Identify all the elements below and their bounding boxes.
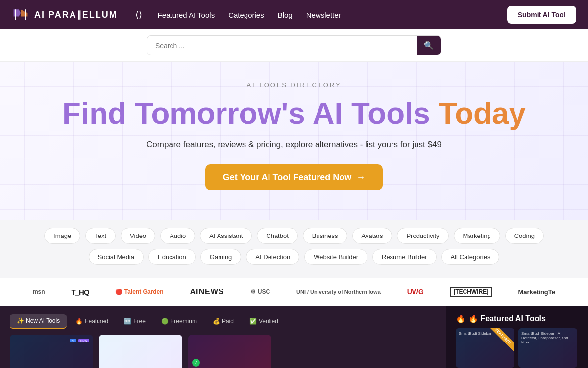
category-row-2: Social Media Education Gaming AI Detecti… [29, 249, 559, 265]
logo-thq: T_HQ [72, 288, 89, 296]
hero-description: Compare features, reviews & pricing, exp… [10, 140, 578, 150]
category-text[interactable]: Text [85, 228, 116, 244]
category-business[interactable]: Business [303, 228, 347, 244]
category-social-media[interactable]: Social Media [89, 249, 144, 265]
featured-title-label: 🔥 Featured AI Tools [468, 314, 546, 323]
hero-section: AI TOOLS DIRECTORY Find Tomorrow's AI To… [0, 62, 588, 220]
category-video[interactable]: Video [121, 228, 155, 244]
featured-fire-icon: 🔥 [456, 314, 466, 323]
tab-paid[interactable]: 💰 Paid [206, 314, 241, 329]
search-button[interactable]: 🔍 [417, 36, 441, 55]
featured-card-1[interactable]: SmartBudi Sidebar FEATURED [456, 328, 514, 368]
logo-uni: UNI / University of Northern Iowa [296, 289, 381, 295]
category-productivity[interactable]: Productivity [397, 228, 448, 244]
svg-marker-1 [21, 9, 27, 16]
nav-featured-ai-tools[interactable]: Featured AI Tools [158, 11, 215, 19]
category-image[interactable]: Image [44, 228, 80, 244]
cta-button[interactable]: Get Your AI Tool Featured Now → [205, 164, 383, 190]
bottom-left: ✨ New AI Tools 🔥 Featured 🆓 Free 🟢 Freem… [0, 306, 446, 368]
category-resume-builder[interactable]: Resume Builder [372, 249, 437, 265]
featured-ai-tools-sidebar: 🔥 🔥 Featured AI Tools SmartBudi Sidebar … [446, 306, 588, 368]
category-row-1: Image Text Video Audio AI Assistant Chat… [29, 228, 559, 244]
free-icon: 🆓 [124, 318, 131, 325]
category-audio[interactable]: Audio [160, 228, 195, 244]
search-wrapper: 🔍 [147, 35, 441, 55]
search-bar-container: 🔍 [0, 29, 588, 62]
hero-title-part3: AI Tools [313, 96, 439, 130]
nav-blog[interactable]: Blog [278, 11, 293, 19]
logo-msn: msn [33, 289, 45, 295]
logo-ainews: AINEWS [190, 288, 224, 296]
logos-strip: msn T_HQ 🔴 Talent Garden AINEWS ⚙ USC UN… [0, 278, 588, 306]
category-all-categories[interactable]: All Categories [441, 249, 500, 265]
logo-uwg: UWG [407, 288, 424, 296]
verified-icon: ✅ [249, 318, 257, 325]
nav-links: Featured AI Tools Categories Blog Newsle… [158, 11, 491, 19]
search-input[interactable] [147, 37, 417, 54]
category-website-builder[interactable]: Website Builder [304, 249, 368, 265]
hero-title-part2: Today [439, 96, 526, 130]
logo-usc: ⚙ USC [250, 289, 270, 295]
tab-verified[interactable]: ✅ Verified [243, 314, 285, 329]
tab-new-ai-tools[interactable]: ✨ New AI Tools [10, 314, 67, 329]
cta-button-label: Get Your AI Tool Featured Now [223, 172, 351, 183]
category-ai-detection[interactable]: AI Detection [246, 249, 299, 265]
logo-techwire: |TECHWIRE| [450, 287, 492, 297]
categories-section: Image Text Video Audio AI Assistant Chat… [0, 220, 588, 278]
nav-newsletter[interactable]: Newsletter [306, 11, 341, 19]
bottom-section: ✨ New AI Tools 🔥 Featured 🆓 Free 🟢 Freem… [0, 306, 588, 368]
category-marketing[interactable]: Marketing [454, 228, 500, 244]
hero-title-part1: Find Tomorrow's [62, 96, 313, 130]
tab-free-label: Free [133, 318, 146, 325]
preview-card-3[interactable]: ↗ Create your ideal AIGirlfriend [188, 335, 271, 368]
tab-freemium-label: Freemium [171, 318, 197, 325]
submit-ai-tool-button[interactable]: Submit AI Tool [507, 6, 576, 24]
category-education[interactable]: Education [148, 249, 196, 265]
svg-marker-0 [14, 9, 21, 16]
share-icon[interactable]: ⟨⟩ [135, 9, 142, 20]
tab-featured[interactable]: 🔥 Featured [69, 314, 115, 329]
featured-card-2[interactable]: SmartBudi Sidebar - AI Detector, Paraphr… [518, 328, 577, 368]
tab-free[interactable]: 🆓 Free [117, 314, 152, 329]
navbar: AI PARA∥ELLUM ⟨⟩ Featured AI Tools Categ… [0, 0, 588, 29]
tab-paid-label: Paid [222, 318, 234, 325]
nav-categories[interactable]: Categories [228, 11, 264, 19]
featured-card-2-title: SmartBudi Sidebar - AI Detector, Paraphr… [521, 331, 574, 344]
logo-marketingte: MarketingTe [518, 289, 555, 296]
cards-preview: AI NEW SmartBudi Sidebar - AI Detector, … [10, 335, 436, 368]
logo-talent-garden: 🔴 Talent Garden [115, 289, 163, 295]
hero-subtitle: AI TOOLS DIRECTORY [10, 81, 578, 89]
tab-freemium[interactable]: 🟢 Freemium [154, 314, 204, 329]
hero-title: Find Tomorrow's AI Tools Today [10, 97, 578, 130]
freemium-icon: 🟢 [161, 318, 169, 325]
cta-arrow-icon: → [356, 172, 365, 183]
category-avatars[interactable]: Avatars [352, 228, 392, 244]
fire-icon: 🔥 [75, 318, 83, 325]
tab-featured-label: Featured [85, 318, 108, 325]
category-coding[interactable]: Coding [505, 228, 544, 244]
category-gaming[interactable]: Gaming [200, 249, 242, 265]
tabs-row: ✨ New AI Tools 🔥 Featured 🆓 Free 🟢 Freem… [10, 314, 436, 329]
sparkle-icon: ✨ [17, 317, 24, 324]
featured-preview: SmartBudi Sidebar FEATURED SmartBudi Sid… [456, 328, 578, 368]
logo[interactable]: AI PARA∥ELLUM [12, 6, 118, 24]
category-chatbot[interactable]: Chatbot [257, 228, 298, 244]
category-ai-assistant[interactable]: AI Assistant [200, 228, 252, 244]
preview-card-1[interactable]: AI NEW SmartBudi Sidebar - AI Detector, … [10, 335, 93, 368]
tab-verified-label: Verified [259, 318, 278, 325]
tab-new-ai-tools-label: New AI Tools [26, 317, 60, 324]
paid-icon: 💰 [213, 318, 220, 325]
featured-ai-tools-title: 🔥 🔥 Featured AI Tools [456, 314, 578, 323]
preview-card-2[interactable]: AI Art Generator [99, 335, 182, 368]
